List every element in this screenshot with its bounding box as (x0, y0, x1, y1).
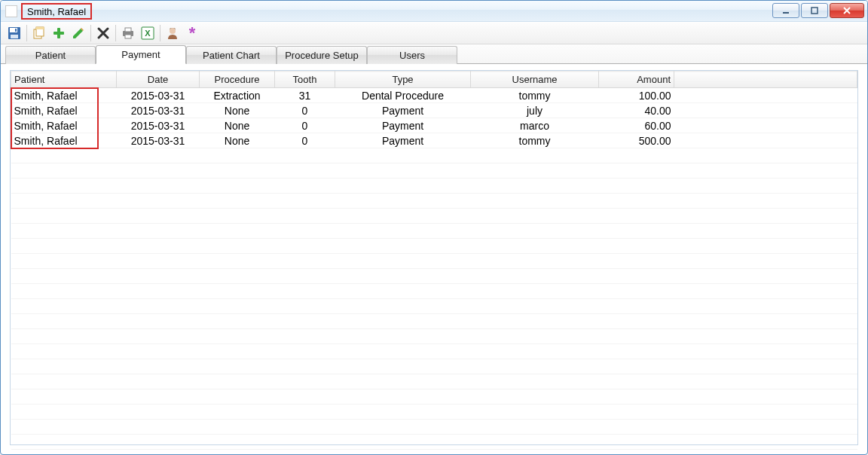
app-window: Smith, Rafael (0, 0, 868, 455)
window-controls (772, 3, 864, 18)
table-row-empty (11, 314, 857, 329)
toolbar-separator (115, 25, 116, 41)
table-row-empty (11, 148, 857, 163)
table-row-empty (11, 163, 857, 179)
pencil-icon (72, 26, 85, 40)
printer-icon (121, 26, 135, 40)
table-row-empty (11, 284, 857, 299)
svg-rect-18 (125, 28, 131, 32)
table-row-empty (11, 254, 857, 269)
toolbar-separator (160, 25, 160, 41)
cell-patient: Smith, Rafael (11, 88, 117, 103)
table-row-empty (11, 269, 857, 284)
delete-button[interactable] (94, 24, 112, 42)
col-header-patient[interactable]: Patient (11, 72, 117, 88)
maximize-icon (811, 7, 818, 14)
cell-fill (674, 103, 857, 118)
cell-patient: Smith, Rafael (11, 133, 117, 148)
cell-fill (674, 88, 857, 103)
table-row-empty (11, 329, 857, 344)
table-row[interactable]: Smith, Rafael2015-03-31None0Paymentjuly4… (11, 103, 857, 118)
svg-rect-10 (36, 27, 44, 29)
print-button[interactable] (119, 24, 137, 42)
cell-username: marco (471, 118, 599, 133)
edit-button[interactable] (69, 24, 87, 42)
cell-date: 2015-03-31 (117, 88, 200, 103)
window-title: Smith, Rafael (27, 6, 86, 17)
cell-amount: 500.00 (599, 133, 674, 148)
cell-patient: Smith, Rafael (11, 103, 117, 118)
tab-patient-chart[interactable]: Patient Chart (186, 46, 277, 64)
tab-procedure-setup[interactable]: Procedure Setup (277, 46, 367, 64)
toolbar-separator (90, 25, 91, 41)
maximize-button[interactable] (801, 3, 828, 18)
svg-text:X: X (145, 29, 151, 38)
cell-fill (674, 133, 857, 148)
payment-grid[interactable]: Patient Date Procedure Tooth Type Userna… (11, 71, 857, 450)
col-header-tooth[interactable]: Tooth (275, 72, 335, 88)
cell-tooth: 0 (275, 133, 335, 148)
cell-procedure: None (200, 133, 275, 148)
table-row-empty (11, 374, 857, 389)
cell-date: 2015-03-31 (117, 103, 200, 118)
col-header-amount[interactable]: Amount (599, 72, 674, 88)
close-button[interactable] (830, 3, 864, 18)
cell-date: 2015-03-31 (117, 118, 200, 133)
close-icon (842, 6, 851, 15)
tab-label: Users (399, 50, 425, 61)
tab-payment[interactable]: Payment (96, 45, 186, 64)
cell-username: tommy (471, 88, 599, 103)
grid-header-row: Patient Date Procedure Tooth Type Userna… (11, 72, 857, 88)
cell-date: 2015-03-31 (117, 133, 200, 148)
col-header-fill (674, 72, 857, 88)
cell-amount: 60.00 (599, 118, 674, 133)
tab-users[interactable]: Users (367, 46, 457, 64)
x-icon (96, 26, 110, 40)
cell-amount: 100.00 (599, 88, 674, 103)
copy-button[interactable] (30, 24, 48, 42)
col-header-type[interactable]: Type (335, 72, 471, 88)
tab-label: Payment (121, 49, 160, 60)
table-row-empty (11, 344, 857, 359)
user-icon (166, 26, 179, 40)
minimize-icon (782, 7, 790, 14)
table-row[interactable]: Smith, Rafael2015-03-31Extraction31Denta… (11, 88, 857, 103)
table-row-empty (11, 194, 857, 209)
user-button[interactable] (164, 24, 182, 42)
cell-type: Payment (335, 118, 471, 133)
export-excel-button[interactable]: X (139, 24, 157, 42)
svg-marker-13 (73, 29, 83, 38)
toolbar: X * (1, 22, 867, 44)
table-row-empty (11, 405, 857, 420)
copy-icon (32, 26, 46, 40)
tabstrip: Patient Payment Patient Chart Procedure … (1, 44, 867, 64)
cell-patient: Smith, Rafael (11, 118, 117, 133)
save-icon (8, 26, 21, 40)
cell-procedure: Extraction (200, 88, 275, 103)
tab-patient[interactable]: Patient (5, 46, 96, 64)
svg-rect-12 (53, 32, 64, 35)
col-header-date[interactable]: Date (117, 72, 200, 88)
asterisk-button[interactable]: * (183, 24, 201, 42)
table-row-empty (11, 389, 857, 405)
svg-point-22 (170, 28, 176, 34)
svg-rect-0 (783, 12, 789, 14)
minimize-button[interactable] (772, 3, 799, 18)
cell-tooth: 0 (275, 103, 335, 118)
add-button[interactable] (50, 24, 68, 42)
titlebar: Smith, Rafael (1, 1, 867, 22)
table-row-empty (11, 209, 857, 224)
col-header-username[interactable]: Username (471, 72, 599, 88)
cell-type: Payment (335, 133, 471, 148)
tab-label: Procedure Setup (285, 50, 359, 61)
table-row[interactable]: Smith, Rafael2015-03-31None0Paymenttommy… (11, 133, 857, 148)
save-button[interactable] (5, 24, 23, 42)
table-row-empty (11, 239, 857, 254)
svg-rect-6 (11, 35, 18, 38)
svg-rect-7 (15, 29, 17, 32)
cell-procedure: None (200, 103, 275, 118)
svg-rect-1 (811, 8, 818, 14)
svg-rect-19 (125, 35, 131, 38)
table-row[interactable]: Smith, Rafael2015-03-31None0Paymentmarco… (11, 118, 857, 133)
col-header-procedure[interactable]: Procedure (200, 72, 275, 88)
